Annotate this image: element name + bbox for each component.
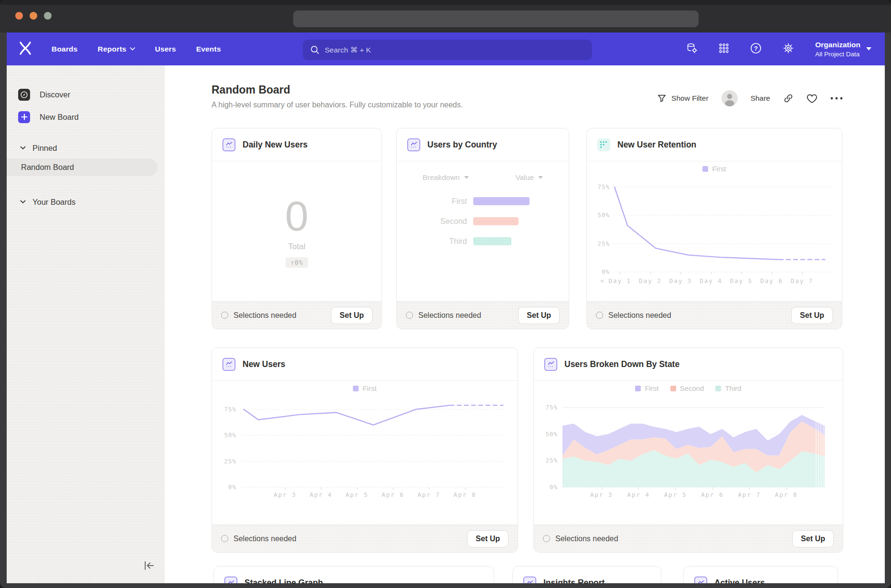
set-up-button[interactable]: Set Up [518, 307, 560, 324]
new-users-line-chart: First 75%50%25%0% Apr 3Apr 4Apr 5Apr 6Ap… [212, 381, 518, 525]
legend-item[interactable]: Third [715, 384, 741, 392]
apps-grid-icon[interactable] [719, 43, 729, 55]
avatar[interactable] [721, 90, 738, 106]
sidebar-section-your-boards[interactable]: Your Boards [7, 195, 165, 209]
link-icon [783, 93, 794, 104]
mixpanel-logo-icon[interactable] [19, 42, 32, 57]
bar-category-label: Third [397, 237, 473, 246]
status-radio-icon [221, 535, 228, 542]
card-title: Users Broken Down By State [564, 359, 679, 369]
card-title: New User Retention [617, 140, 696, 150]
set-up-button[interactable]: Set Up [331, 307, 372, 324]
card-title: New Users [243, 359, 286, 369]
set-up-button[interactable]: Set Up [791, 307, 833, 324]
org-switcher[interactable]: Organization All Project Data [815, 32, 871, 65]
show-filter-button[interactable]: Show Filter [657, 94, 709, 103]
copy-link-button[interactable] [783, 93, 794, 104]
collapse-sidebar-button[interactable] [140, 558, 158, 573]
nav-item-events[interactable]: Events [196, 45, 221, 53]
card-title: Daily New Users [243, 140, 308, 150]
search-input[interactable]: Search ⌘ + K [303, 40, 592, 60]
zoom-window-button[interactable] [44, 12, 52, 20]
card-users-by-country: Users by Country Breakdown Value FirstSe [396, 128, 569, 329]
set-up-button[interactable]: Set Up [467, 530, 509, 547]
sidebar-item-random-board[interactable]: Random Board [7, 158, 158, 176]
sidebar-item-new-board[interactable]: New Board [7, 108, 165, 126]
metric-delta-badge: ↑0% [286, 257, 308, 268]
svg-text:?: ? [754, 44, 758, 52]
y-axis-tick-label: 25% [588, 240, 610, 247]
legend-swatch [635, 386, 641, 391]
section-label: Your Boards [32, 198, 75, 207]
sidebar-item-discover[interactable]: Discover [7, 86, 165, 103]
show-filter-label: Show Filter [671, 94, 709, 103]
plus-icon [18, 111, 30, 123]
legend-swatch [670, 386, 676, 391]
legend-item[interactable]: Second [670, 384, 704, 392]
bar-segment[interactable] [473, 237, 511, 245]
favorite-button[interactable] [806, 94, 817, 104]
share-button[interactable]: Share [751, 94, 770, 103]
chevron-down-icon [464, 176, 469, 179]
sidebar: Discover New Board Pinned Random Board Y… [7, 65, 165, 583]
bar-segment[interactable] [473, 197, 530, 205]
close-window-button[interactable] [15, 12, 23, 20]
legend-item[interactable]: First [635, 384, 658, 392]
data-management-icon[interactable] [686, 42, 698, 56]
insights-chart-icon [224, 577, 237, 583]
help-icon[interactable]: ? [750, 42, 762, 56]
status-text: Selections needed [418, 311, 481, 320]
nav-item-users[interactable]: Users [155, 45, 176, 53]
status-radio-icon [406, 312, 413, 319]
retention-line-chart: First 75%50%25%0% <Day 1Day 2Day 3Day 4D… [587, 161, 842, 301]
card-title: Active Users [714, 578, 765, 583]
section-label: Pinned [32, 144, 57, 153]
card-stacked-line-graph: Stacked Line Graph [213, 566, 494, 583]
url-bar[interactable] [293, 10, 699, 27]
y-axis-tick-label: 75% [588, 183, 610, 190]
x-axis-tick-label: Apr 3 [582, 491, 622, 498]
y-axis-tick-label: 50% [588, 211, 610, 219]
search-placeholder: Search ⌘ + K [325, 46, 371, 54]
x-axis-tick-label: Apr 5 [337, 491, 377, 498]
insights-chart-icon [223, 358, 235, 371]
set-up-button[interactable]: Set Up [792, 530, 834, 547]
card-users-by-state: Users Broken Down By State FirstSecondTh… [533, 347, 843, 553]
nav-item-boards[interactable]: Boards [52, 45, 78, 53]
org-project: All Project Data [815, 51, 860, 58]
legend-item[interactable]: First [702, 165, 726, 173]
value-dropdown[interactable]: Value [516, 173, 543, 182]
x-axis-tick-label: Apr 4 [301, 491, 341, 498]
card-new-user-retention: New User Retention First 75%50%25%0% <Da… [586, 128, 842, 329]
breakdown-dropdown[interactable]: Breakdown [423, 173, 469, 182]
bar-segment[interactable] [473, 217, 519, 225]
card-daily-new-users: Daily New Users 0 Total ↑0% Selections n… [212, 128, 382, 329]
card-title: Insights Report [543, 578, 605, 583]
insights-chart-icon [544, 358, 557, 371]
page-title: Random Board [212, 84, 290, 96]
legend-label: Second [680, 384, 704, 392]
sidebar-section-pinned[interactable]: Pinned [7, 141, 165, 155]
chevron-down-icon [538, 176, 543, 179]
sidebar-item-label: New Board [40, 113, 79, 122]
top-navbar: Boards Reports Users Events Search ⌘ + K [7, 32, 885, 65]
page-subtitle: A high-level summary of user behaviors. … [212, 101, 463, 109]
minimize-window-button[interactable] [30, 12, 37, 20]
legend-label: First [362, 384, 376, 392]
metric-value: 0 [285, 195, 308, 237]
nav-item-reports[interactable]: Reports [98, 45, 135, 53]
card-active-users: Active Users [683, 566, 838, 583]
y-axis-tick-label: 0% [214, 483, 236, 491]
settings-gear-icon[interactable] [783, 42, 794, 56]
legend-swatch [715, 386, 721, 391]
insights-chart-icon [523, 577, 536, 583]
insights-chart-icon [694, 577, 707, 583]
x-axis-tick-label: Apr 6 [692, 491, 732, 498]
horizontal-bar-list: FirstSecondThird [397, 194, 569, 248]
status-text: Selections needed [555, 535, 618, 543]
chevron-down-icon [866, 47, 871, 51]
bar-row: First [397, 194, 569, 208]
org-name: Organization [815, 41, 860, 49]
more-options-button[interactable] [830, 97, 843, 100]
legend-item[interactable]: First [353, 384, 376, 392]
